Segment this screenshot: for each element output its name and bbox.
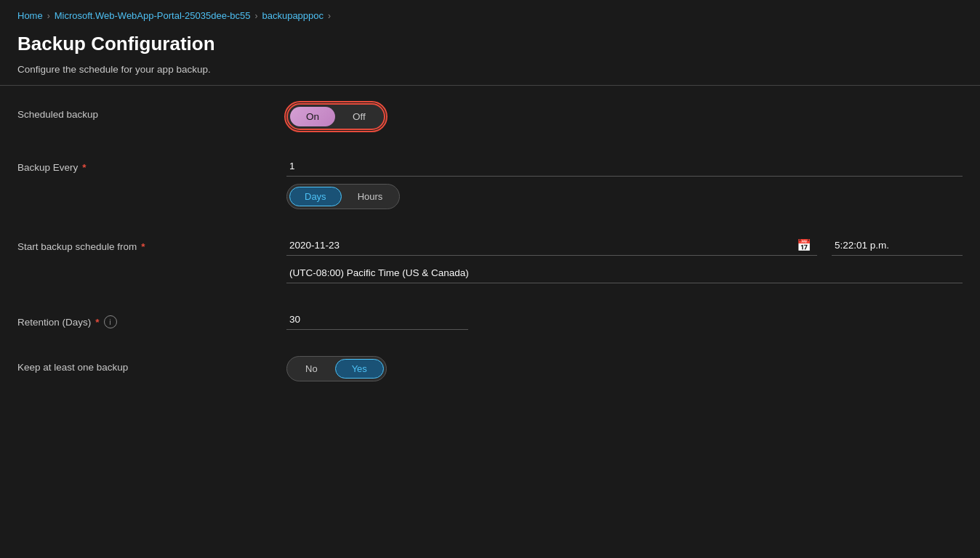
keep-backup-label: Keep at least one backup [17,356,286,373]
retention-control [286,310,963,330]
retention-row: Retention (Days) * i [17,310,963,330]
start-backup-label: Start backup schedule from * [17,235,286,252]
retention-label: Retention (Days) * i [17,310,286,328]
days-hours-toggle[interactable]: Days Hours [286,184,400,209]
scheduled-backup-toggle[interactable]: On Off [286,103,385,130]
backup-every-row: Backup Every * Days Hours [17,156,963,209]
calendar-icon[interactable]: 📅 [791,235,817,255]
scheduled-backup-control: On Off [286,103,963,130]
backup-every-required: * [82,162,86,173]
breadcrumb-separator-1: › [47,11,50,21]
breadcrumb-home[interactable]: Home [17,10,43,21]
retention-required: * [95,317,99,328]
date-time-row: 📅 [286,235,963,256]
no-yes-toggle[interactable]: No Yes [286,356,387,381]
days-option[interactable]: Days [289,187,342,206]
keep-backup-row: Keep at least one backup No Yes [17,356,963,381]
scheduled-backup-row: Scheduled backup On Off [17,103,963,130]
no-option[interactable]: No [289,360,334,378]
form-container: Scheduled backup On Off Backup Every * D… [0,86,980,425]
date-input-wrapper: 📅 [286,235,817,256]
keep-backup-control: No Yes [286,356,963,381]
breadcrumb: Home › Microsoft.Web-WebApp-Portal-25035… [0,0,980,28]
page-title: Backup Configuration [0,28,980,64]
breadcrumb-separator-3: › [328,11,331,21]
scheduled-backup-off[interactable]: Off [337,107,382,126]
backup-every-control: Days Hours [286,156,963,209]
start-backup-required: * [141,241,145,252]
start-date-input[interactable] [286,235,791,255]
timezone-wrapper [286,256,963,283]
backup-every-label: Backup Every * [17,156,286,173]
backup-every-input[interactable] [286,156,963,177]
scheduled-backup-on[interactable]: On [290,107,335,126]
start-backup-row: Start backup schedule from * 📅 [17,235,963,283]
page-subtitle: Configure the schedule for your app back… [0,64,980,85]
date-field: 📅 [286,235,817,256]
start-backup-control: 📅 [286,235,963,283]
timezone-input[interactable] [286,263,963,283]
retention-input[interactable] [286,310,468,330]
breadcrumb-app[interactable]: backupapppoc [262,10,324,21]
scheduled-backup-label: Scheduled backup [17,103,286,120]
breadcrumb-resource-group[interactable]: Microsoft.Web-WebApp-Portal-25035dee-bc5… [55,10,251,21]
yes-option[interactable]: Yes [335,359,384,379]
hours-option[interactable]: Hours [343,187,398,206]
time-field [832,235,963,256]
retention-info-icon[interactable]: i [104,315,117,328]
breadcrumb-separator-2: › [254,11,257,21]
start-time-input[interactable] [832,235,963,255]
